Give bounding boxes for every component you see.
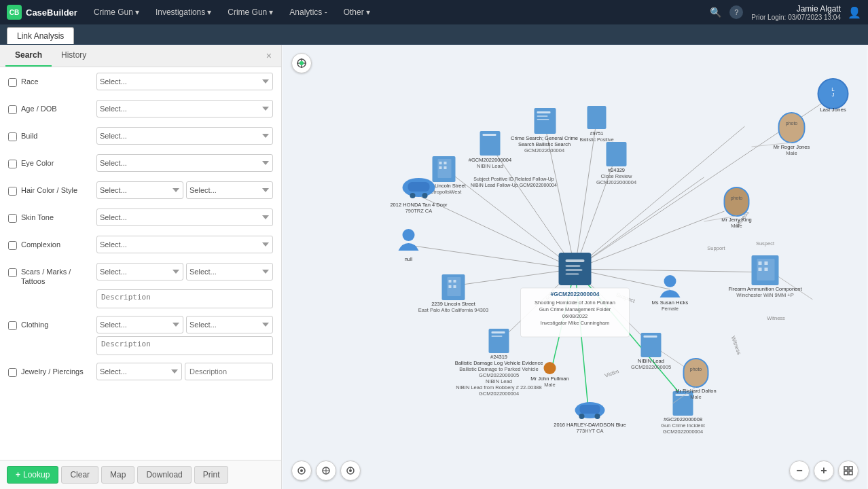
svg-text:Female: Female xyxy=(662,306,679,312)
svg-text:GCM2022000005: GCM2022000005 xyxy=(631,364,671,370)
download-button[interactable]: Download xyxy=(137,466,191,484)
svg-text:Last Jones: Last Jones xyxy=(820,107,846,113)
tab-history[interactable]: History xyxy=(52,45,96,67)
skin-tone-checkbox[interactable] xyxy=(8,214,17,223)
svg-text:Witness: Witness xyxy=(767,315,785,321)
build-label: Build xyxy=(21,131,37,141)
eye-color-checkbox[interactable] xyxy=(8,160,17,168)
svg-text:Ballistic Positive: Ballistic Positive xyxy=(579,137,613,142)
search-nav-icon[interactable]: 🔍 xyxy=(710,7,721,18)
clothing-label: Clothing xyxy=(21,320,48,329)
svg-rect-100 xyxy=(676,394,689,396)
eye-color-select[interactable]: Select... xyxy=(96,154,273,172)
bottom-buttons: Lookup Clear Map Download Print xyxy=(0,460,281,489)
help-nav-icon[interactable]: ? xyxy=(729,5,743,19)
jewelry-description[interactable] xyxy=(185,363,273,380)
clothing-type-select[interactable]: Select... xyxy=(96,316,183,333)
clear-button[interactable]: Clear xyxy=(61,466,98,484)
svg-rect-133 xyxy=(684,359,708,387)
svg-text:East Palo Alto California 9430: East Palo Alto California 94303 xyxy=(418,307,488,313)
svg-text:photo: photo xyxy=(690,367,702,372)
canvas-controls-left xyxy=(291,460,361,481)
svg-text:Crime Search; General Crime: Crime Search; General Crime xyxy=(511,135,578,141)
svg-text:GCM2022000004: GCM2022000004 xyxy=(524,147,564,153)
main-layout: Search History × Race Select... xyxy=(0,45,868,489)
skin-tone-select[interactable]: Select... xyxy=(96,209,273,226)
tab-link-analysis[interactable]: Link Analysis xyxy=(7,27,74,44)
race-checkbox[interactable] xyxy=(8,78,17,87)
svg-text:06/08/2022: 06/08/2022 xyxy=(562,313,588,319)
clothing-checkbox[interactable] xyxy=(8,321,17,330)
svg-text:Close Review: Close Review xyxy=(601,173,632,179)
left-panel: Search History × Race Select... xyxy=(0,45,282,489)
lookup-button[interactable]: Lookup xyxy=(7,466,58,484)
clothing-color-select[interactable]: Select... xyxy=(186,316,273,333)
svg-point-151 xyxy=(349,469,352,472)
age-dob-select[interactable]: Select... xyxy=(96,100,273,117)
svg-point-115 xyxy=(595,414,600,419)
svg-text:#24319: #24319 xyxy=(490,354,507,360)
skin-tone-row: Skin Tone Select... xyxy=(8,209,273,230)
tab-search[interactable]: Search xyxy=(5,45,52,67)
svg-point-68 xyxy=(410,193,416,198)
age-dob-checkbox[interactable] xyxy=(8,105,17,114)
svg-text:null: null xyxy=(405,256,413,262)
svg-rect-153 xyxy=(844,467,848,470)
nav-investigations[interactable]: Investigations ▾ xyxy=(149,0,218,24)
canvas-fit-screen[interactable] xyxy=(838,460,858,481)
complexion-checkbox[interactable] xyxy=(8,241,17,250)
svg-text:Mr Roger Jones: Mr Roger Jones xyxy=(774,144,810,150)
hair-color-checkbox[interactable] xyxy=(8,187,17,196)
print-button[interactable]: Print xyxy=(194,466,229,484)
nav-crime-gun[interactable]: Crime Gun ▾ xyxy=(87,0,146,24)
canvas-btn-anchor[interactable] xyxy=(291,460,312,481)
scars-description[interactable] xyxy=(96,289,273,308)
svg-text:GCM2022000005: GCM2022000005 xyxy=(479,372,519,378)
map-button[interactable]: Map xyxy=(101,466,134,484)
canvas-pan-button[interactable] xyxy=(291,53,312,73)
svg-text:Investigator Mike Cunningham: Investigator Mike Cunningham xyxy=(541,320,609,326)
hair-color-select[interactable]: Select... xyxy=(96,181,183,199)
jewelry-row: Jewelry / Piercings Select... xyxy=(8,363,273,384)
complexion-select[interactable]: Select... xyxy=(96,236,273,253)
user-avatar-icon[interactable]: 👤 xyxy=(848,6,861,19)
panel-close-button[interactable]: × xyxy=(262,48,276,64)
jewelry-type-select[interactable]: Select... xyxy=(96,363,182,380)
canvas-move-control[interactable] xyxy=(291,53,312,73)
hair-color-style-row: Hair Color / Style Select... Select... xyxy=(8,181,273,203)
svg-rect-62 xyxy=(439,166,442,169)
clothing-row: Clothing Select... Select... xyxy=(8,316,273,357)
network-graph: Witness Witness Suspect Victim Victim #G… xyxy=(282,45,868,489)
jewelry-checkbox[interactable] xyxy=(8,368,17,377)
user-name: Jamie Algatt xyxy=(751,4,841,14)
svg-point-69 xyxy=(422,193,428,198)
svg-point-146 xyxy=(300,469,303,472)
canvas-zoom-out[interactable]: − xyxy=(789,460,810,481)
user-login-date: Prior Login: 03/07/2023 13:04 xyxy=(751,14,841,21)
brand-logo[interactable]: CB CaseBuilder xyxy=(7,5,77,20)
canvas-area[interactable]: Witness Witness Suspect Victim Victim #G… xyxy=(282,45,868,489)
nav-other[interactable]: Other ▾ xyxy=(337,0,377,24)
build-checkbox[interactable] xyxy=(8,132,17,141)
nav-analytics[interactable]: Analytics - xyxy=(283,0,333,24)
clothing-description[interactable] xyxy=(96,336,273,355)
canvas-zoom-in[interactable]: + xyxy=(814,460,834,481)
scars-type-select[interactable]: Select... xyxy=(96,263,183,280)
svg-rect-29 xyxy=(566,265,581,267)
canvas-btn-refresh[interactable] xyxy=(340,460,361,481)
scars-location-select[interactable]: Select... xyxy=(186,263,273,280)
svg-text:Ms Susan Hicks: Ms Susan Hicks xyxy=(652,300,689,306)
hair-color-label: Hair Color / Style xyxy=(21,185,77,195)
svg-rect-60 xyxy=(439,162,442,164)
svg-rect-83 xyxy=(492,331,505,333)
nav-crime-gun-2[interactable]: Crime Gun ▾ xyxy=(221,0,280,24)
build-select[interactable]: Select... xyxy=(96,127,273,145)
hair-style-select[interactable]: Select... xyxy=(186,181,273,199)
svg-text:photo: photo xyxy=(731,196,743,201)
top-nav: CB CaseBuilder Crime Gun ▾ Investigation… xyxy=(0,0,868,24)
race-select[interactable]: Select... xyxy=(96,73,273,90)
svg-point-144 xyxy=(300,61,304,65)
canvas-btn-home[interactable] xyxy=(316,460,336,481)
scars-checkbox[interactable] xyxy=(8,268,17,277)
canvas-controls-right: − + xyxy=(789,460,858,481)
